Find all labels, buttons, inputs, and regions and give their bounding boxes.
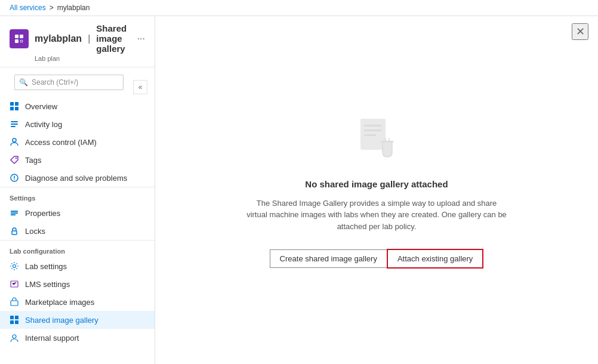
search-input[interactable] — [14, 75, 124, 90]
resource-name: mylabplan — [35, 33, 82, 44]
empty-state-icon — [350, 112, 403, 167]
resource-header-section: mylabplan | Shared image gallery ··· Lab… — [0, 16, 155, 67]
svg-point-14 — [14, 179, 15, 180]
sidebar-item-properties-label: Properties — [25, 209, 60, 218]
collapse-button[interactable]: « — [133, 80, 147, 94]
attach-gallery-button[interactable]: Attach existing gallery — [387, 249, 483, 269]
svg-rect-21 — [11, 301, 18, 306]
shared-gallery-icon — [10, 315, 19, 325]
lab-config-section-label: Lab configuration — [0, 240, 155, 257]
lab-settings-icon — [10, 261, 19, 271]
svg-point-12 — [16, 158, 17, 159]
svg-rect-22 — [10, 316, 14, 319]
svg-rect-30 — [364, 134, 376, 136]
svg-point-26 — [13, 335, 16, 338]
svg-rect-1 — [20, 35, 23, 38]
sidebar-item-diagnose-label: Diagnose and solve problems — [25, 174, 127, 183]
svg-point-11 — [13, 138, 16, 142]
sidebar-item-access-control[interactable]: Access control (IAM) — [0, 133, 155, 151]
svg-rect-4 — [10, 102, 14, 106]
content-area: No shared image gallery attached The Sha… — [155, 16, 598, 364]
sidebar-item-tags-label: Tags — [25, 156, 41, 165]
empty-state-title: No shared image gallery attached — [305, 179, 448, 189]
search-row: 🔍 « — [0, 67, 155, 97]
svg-rect-24 — [10, 320, 14, 324]
sidebar-item-diagnose[interactable]: Diagnose and solve problems — [0, 169, 155, 187]
svg-rect-15 — [11, 211, 18, 212]
svg-rect-7 — [15, 107, 19, 110]
sidebar: mylabplan | Shared image gallery ··· Lab… — [0, 16, 155, 364]
resource-page-name: Shared image gallery — [96, 23, 128, 54]
empty-state-description: The Shared Image Gallery provides a simp… — [245, 198, 508, 233]
svg-rect-29 — [364, 129, 382, 131]
breadcrumb-current: mylabplan — [57, 4, 90, 12]
marketplace-icon — [10, 297, 19, 307]
svg-rect-5 — [15, 102, 19, 106]
breadcrumb: All services > mylabplan — [0, 0, 598, 16]
settings-section-label: Settings — [0, 187, 155, 204]
sidebar-item-lab-settings-label: Lab settings — [25, 262, 67, 271]
svg-rect-8 — [11, 121, 18, 122]
sidebar-item-lab-settings[interactable]: Lab settings — [0, 257, 155, 275]
svg-rect-0 — [15, 35, 19, 38]
svg-rect-25 — [15, 320, 19, 324]
create-gallery-button[interactable]: Create shared image gallery — [270, 249, 387, 268]
action-buttons: Create shared image gallery Attach exist… — [270, 249, 484, 269]
svg-rect-18 — [12, 231, 17, 235]
resource-title-separator: | — [88, 33, 90, 44]
sidebar-item-properties[interactable]: Properties — [0, 204, 155, 222]
sidebar-item-locks-label: Locks — [25, 227, 45, 236]
search-container: 🔍 — [14, 75, 124, 90]
svg-rect-2 — [15, 39, 19, 43]
svg-rect-28 — [364, 125, 382, 127]
breadcrumb-separator: > — [50, 4, 54, 12]
diagnose-icon — [10, 173, 19, 183]
svg-rect-23 — [15, 316, 19, 319]
resource-more-button[interactable]: ··· — [137, 33, 145, 44]
sidebar-item-internal-support-label: Internal support — [25, 334, 79, 343]
svg-point-19 — [13, 265, 16, 268]
sidebar-item-activity-log[interactable]: Activity log — [0, 115, 155, 133]
sidebar-item-access-label: Access control (IAM) — [25, 138, 97, 147]
lms-icon — [10, 279, 19, 289]
sidebar-item-locks[interactable]: Locks — [0, 222, 155, 240]
sidebar-item-shared-gallery-label: Shared image gallery — [25, 316, 98, 325]
sidebar-item-marketplace-label: Marketplace images — [25, 298, 94, 307]
sidebar-item-overview-label: Overview — [25, 102, 57, 111]
sidebar-item-activity-label: Activity log — [25, 120, 62, 129]
svg-rect-32 — [364, 129, 366, 131]
sidebar-item-overview[interactable]: Overview — [0, 97, 155, 115]
tags-icon — [10, 155, 19, 165]
sidebar-item-internal-support[interactable]: Internal support — [0, 329, 155, 347]
sidebar-item-shared-gallery[interactable]: Shared image gallery — [0, 311, 155, 329]
overview-icon — [10, 101, 19, 111]
internal-support-icon — [10, 333, 19, 343]
svg-rect-16 — [11, 212, 18, 214]
nav-list: Overview Activity log Access control (IA… — [0, 97, 155, 364]
sidebar-item-tags[interactable]: Tags — [0, 151, 155, 169]
resource-subtitle: Lab plan — [35, 55, 145, 62]
sidebar-item-marketplace[interactable]: Marketplace images — [0, 293, 155, 311]
svg-rect-31 — [364, 125, 366, 127]
search-icon: 🔍 — [19, 78, 28, 87]
sidebar-item-lms-label: LMS settings — [25, 280, 70, 289]
close-button[interactable]: ✕ — [572, 23, 588, 40]
main-content: ✕ — [155, 16, 598, 364]
access-icon — [10, 137, 19, 147]
sidebar-item-lms-settings[interactable]: LMS settings — [0, 275, 155, 293]
activity-icon — [10, 119, 19, 129]
properties-icon — [10, 208, 19, 218]
resource-icon — [10, 29, 29, 48]
svg-rect-10 — [11, 126, 16, 127]
svg-rect-17 — [11, 214, 16, 215]
locks-icon — [10, 226, 19, 236]
svg-rect-6 — [10, 107, 14, 110]
svg-rect-9 — [11, 124, 18, 125]
breadcrumb-all-services[interactable]: All services — [10, 4, 46, 12]
